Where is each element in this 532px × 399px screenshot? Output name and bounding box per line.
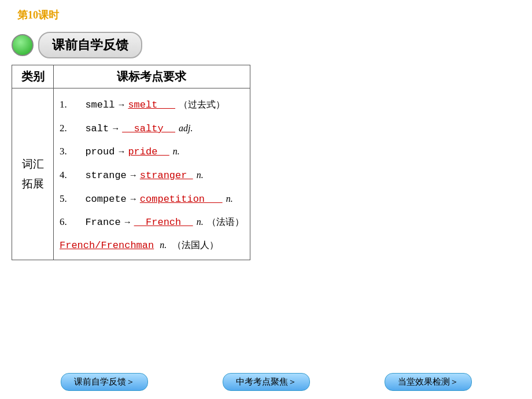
last-answer: French/Frenchman xyxy=(60,235,154,256)
item-answer: French xyxy=(134,212,193,233)
list-item: 3. proud → pride n. xyxy=(60,141,244,162)
vocab-list: 1. smell → smelt （过去式） 2. salt → __salty… xyxy=(60,94,244,233)
item-num: 3. xyxy=(60,141,73,162)
last-pos: n. xyxy=(157,235,167,255)
lesson-title: 第10课时 xyxy=(17,9,59,21)
item-num: 2. xyxy=(60,118,73,139)
item-word: France xyxy=(73,212,121,233)
item-word: compete xyxy=(73,189,127,210)
item-pos: adj. xyxy=(179,119,193,138)
arrow-icon: → xyxy=(129,167,138,185)
item-num: 5. xyxy=(60,189,73,209)
last-note: （法国人） xyxy=(170,235,219,255)
item-answer: smelt xyxy=(128,95,175,116)
item-pos: n. xyxy=(197,212,204,232)
item-word: proud xyxy=(73,142,114,162)
content-cell: 1. smell → smelt （过去式） 2. salt → __salty… xyxy=(54,88,250,260)
item-num: 4. xyxy=(60,165,73,186)
list-item: 1. smell → smelt （过去式） xyxy=(60,94,244,116)
item-answer: __salty__ xyxy=(122,119,175,139)
main-table: 类别 课标考点要求 词汇拓展 1. smell → smelt （过去式） xyxy=(12,65,250,260)
item-word: salt xyxy=(73,119,109,139)
table-row-vocab: 词汇拓展 1. smell → smelt （过去式） 2. xyxy=(12,88,250,260)
arrow-icon: → xyxy=(111,120,120,138)
item-note: （过去式） xyxy=(179,95,225,114)
item-answer: stranger xyxy=(140,165,193,186)
arrow-icon: → xyxy=(123,213,132,232)
item-word: strange xyxy=(73,165,127,186)
item-pos: n. xyxy=(226,189,233,209)
item-pos: n. xyxy=(197,165,204,185)
arrow-icon: → xyxy=(129,190,138,209)
item-pos: n. xyxy=(173,142,180,161)
list-item: 4. strange → stranger n. xyxy=(60,165,244,186)
section-title: 课前自学反馈 xyxy=(38,32,142,58)
list-item: 6. France → French n. （法语） xyxy=(60,212,244,233)
category-label: 词汇拓展 xyxy=(18,154,47,194)
list-item: 5. compete → competition n. xyxy=(60,189,244,210)
green-circle-icon xyxy=(12,34,34,56)
section-title-bar: 课前自学反馈 xyxy=(12,32,142,58)
item-answer: competition xyxy=(140,189,223,210)
last-vocab-line: French/Frenchman n. （法国人） xyxy=(60,235,244,256)
nav-btn-2[interactable]: 中考考点聚焦＞ xyxy=(223,373,310,391)
nav-btn-3[interactable]: 当堂效果检测＞ xyxy=(385,373,472,391)
item-num: 6. xyxy=(60,212,73,232)
nav-btn-1[interactable]: 课前自学反馈＞ xyxy=(61,373,148,391)
arrow-icon: → xyxy=(117,143,125,161)
item-word: smell xyxy=(73,95,114,116)
bottom-nav: 课前自学反馈＞ 中考考点聚焦＞ 当堂效果检测＞ xyxy=(0,373,532,391)
header: 第10课时 xyxy=(17,8,59,22)
col-category-header: 类别 xyxy=(12,65,54,88)
item-num: 1. xyxy=(60,94,73,115)
col-content-header: 课标考点要求 xyxy=(54,65,250,88)
item-answer: pride xyxy=(128,142,169,162)
item-note: （法语） xyxy=(207,212,244,232)
category-cell: 词汇拓展 xyxy=(12,88,54,260)
arrow-icon: → xyxy=(117,96,125,114)
list-item: 2. salt → __salty__ adj. xyxy=(60,118,244,139)
